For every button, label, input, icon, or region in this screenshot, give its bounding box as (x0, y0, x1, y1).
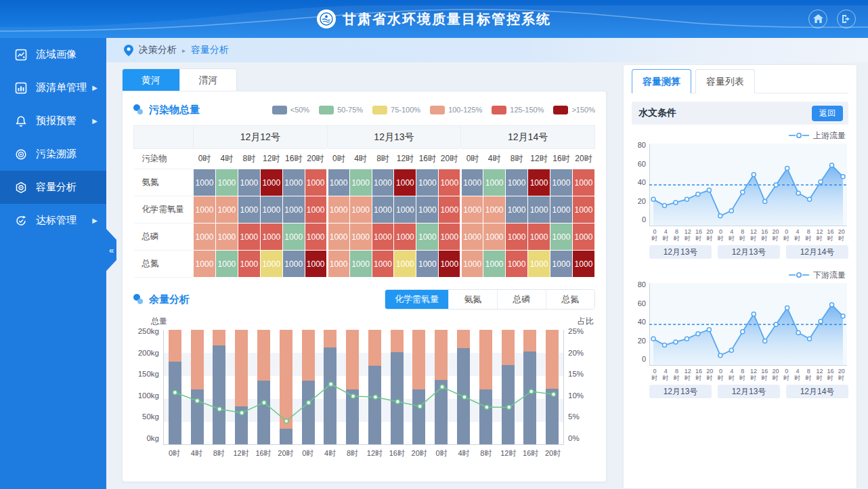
date-button-1[interactable]: 12月13号 (718, 385, 780, 398)
x-axis-tick: 8时 (475, 448, 497, 459)
forecast-alert-icon (15, 115, 27, 127)
y-axis-tick: 20% (564, 349, 594, 357)
upstream-legend-label: 上游流量 (813, 130, 846, 142)
heatmap-cell: 1000 (394, 251, 416, 278)
heatmap-cell: 1000 (439, 196, 461, 224)
date-button-0[interactable]: 12月13号 (649, 385, 712, 398)
x-axis-tick: 8时 (341, 448, 364, 459)
x-axis-tick: 12时 (814, 228, 825, 242)
y-axis-tick: 80 (632, 280, 649, 289)
y-axis-tick: 60 (632, 160, 649, 168)
right-axis-title: 占比 (578, 316, 594, 327)
x-axis-tick: 0时 (649, 228, 660, 242)
pollutant-tab-0[interactable]: 化学需氧量 (385, 290, 448, 309)
submenu-arrow-icon: ▶ (92, 217, 97, 224)
hydrology-section-header: 水文条件 返回 (632, 102, 848, 125)
x-axis-tick: 16时 (825, 228, 836, 242)
y-axis-tick: 80 (632, 141, 649, 149)
x-axis-tick: 16时 (825, 368, 836, 381)
legend-item-5: >150% (553, 106, 595, 114)
capacity-analysis-panel: 污染物总量 <50%50-75%75-100%100-125%125-150%>… (122, 91, 607, 482)
submenu-arrow-icon: ▶ (92, 84, 97, 91)
left-axis-title: 总量 (151, 316, 167, 327)
heatmap-cell: 1000 (572, 251, 594, 278)
table-date-header: 12月13号 (327, 126, 461, 149)
pollutant-tab-3[interactable]: 总氮 (546, 290, 594, 309)
x-axis-tick: 16时 (386, 448, 408, 459)
river-tab-1[interactable]: 渭河 (179, 69, 236, 91)
table-time-header: 0时 (327, 149, 349, 169)
pollutant-tab-1[interactable]: 氨氮 (448, 290, 497, 309)
y-axis-tick: 5% (564, 412, 594, 421)
capacity-tab-0[interactable]: 容量测算 (632, 69, 691, 93)
breadcrumb-separator-icon: ▸ (182, 47, 186, 54)
capacity-tabs: 容量测算容量列表 (632, 69, 848, 93)
date-button-0[interactable]: 12月13号 (649, 245, 712, 259)
legend-label: <50% (290, 106, 309, 114)
x-axis-tick: 16时 (519, 448, 542, 459)
pollutant-tab-2[interactable]: 总磷 (497, 290, 546, 309)
x-axis-tick: 12时 (364, 448, 386, 459)
back-button[interactable]: 返回 (812, 106, 843, 121)
sidebar-item-label: 预报预警 (36, 114, 77, 127)
table-time-header: 0时 (461, 149, 483, 169)
sidebar-item-1[interactable]: 源清单管理▶ (0, 71, 106, 104)
heatmap-cell: 1000 (260, 251, 282, 278)
breadcrumb-section[interactable]: 决策分析 (139, 44, 177, 56)
y-axis-tick: 40 (632, 178, 649, 186)
heatmap-cell: 1000 (439, 251, 461, 278)
heatmap-cell: 1000 (282, 169, 305, 196)
line-legend-icon (789, 132, 809, 139)
x-axis-tick: 4时 (726, 228, 737, 242)
table-row: 化学需氧量10001000100010001000100010001000100… (134, 196, 595, 224)
x-axis-tick: 4时 (186, 448, 208, 459)
x-axis-tick: 4时 (660, 228, 671, 242)
sidebar-item-5[interactable]: 达标管理▶ (0, 204, 106, 237)
legend-swatch (430, 106, 445, 114)
table-time-header: 4时 (483, 149, 506, 169)
sidebar-item-label: 源清单管理 (36, 81, 87, 94)
heatmap-cell: 1000 (439, 169, 461, 196)
x-axis-tick: 20时 (836, 228, 847, 242)
heatmap-cell: 1000 (305, 224, 327, 251)
y-axis-tick: 40 (632, 318, 649, 326)
legend-label: 75-100% (391, 106, 420, 114)
home-icon[interactable] (808, 9, 827, 28)
sidebar-item-2[interactable]: 预报预警▶ (0, 104, 106, 137)
legend-label: >150% (571, 106, 595, 114)
left-axis-ticks: 250kg200kg150kg100kg50kg0kg (133, 330, 163, 445)
line-legend-icon (789, 272, 809, 278)
x-axis-tick: 20时 (274, 448, 297, 459)
basin-portrait-icon (15, 49, 27, 61)
heatmap-cell: 1000 (282, 224, 305, 251)
row-label: 氨氮 (134, 169, 194, 196)
capacity-tab-1[interactable]: 容量列表 (695, 69, 755, 93)
heatmap-cell: 1000 (550, 196, 573, 224)
heatmap-cell: 1000 (260, 224, 282, 251)
date-button-2[interactable]: 12月14号 (786, 245, 848, 259)
legend-item-4: 125-150% (492, 106, 544, 114)
y-axis-tick: 20 (632, 337, 649, 345)
sidebar-item-3[interactable]: 污染溯源 (0, 137, 106, 171)
date-button-2[interactable]: 12月14号 (786, 385, 848, 398)
downstream-legend-label: 下游流量 (813, 270, 846, 281)
exit-icon[interactable] (837, 9, 856, 28)
water-drop-icon (133, 104, 144, 115)
right-axis-ticks: 25%20%15%10%5%0% (564, 330, 594, 445)
table-time-header-row: 污染物0时4时8时12时16时20时0时4时8时12时16时20时0时4时8时1… (134, 149, 595, 169)
table-time-header: 4时 (215, 149, 238, 169)
heatmap-cell: 1000 (572, 224, 594, 251)
table-time-header: 0时 (194, 149, 216, 169)
date-button-1[interactable]: 12月13号 (718, 245, 780, 259)
sidebar-collapse-handle[interactable]: « (106, 229, 116, 271)
sidebar-item-0[interactable]: 流域画像 (0, 38, 106, 71)
x-axis-tick: 8时 (737, 228, 748, 242)
heatmap-cell: 1000 (372, 196, 394, 224)
river-tab-0[interactable]: 黄河 (123, 69, 179, 91)
submenu-arrow-icon: ▶ (92, 117, 97, 125)
breadcrumb-current: 容量分析 (191, 44, 229, 56)
table-row: 总氮10001000100010001000100010001000100010… (134, 251, 595, 278)
heatmap-cell: 1000 (550, 224, 573, 251)
sidebar-item-4[interactable]: 容量分析 (0, 171, 106, 204)
heatmap-cell: 1000 (461, 251, 483, 278)
